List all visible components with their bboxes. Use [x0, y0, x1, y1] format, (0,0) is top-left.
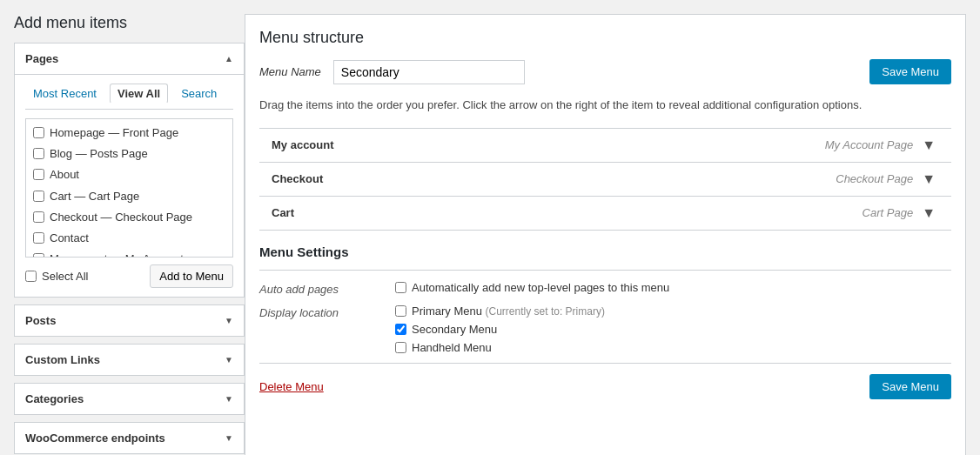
settings-table: Auto add pages Automatically add new top… [259, 270, 951, 354]
menu-item-myaccount-right: My Account Page ▼ [825, 137, 939, 153]
menu-item-myaccount: My account My Account Page ▼ [259, 129, 951, 163]
page-checkbox-blog[interactable] [33, 148, 44, 159]
menu-settings: Menu Settings Auto add pages Automatical… [259, 244, 951, 354]
select-all-checkbox[interactable] [25, 271, 37, 282]
menu-item-cart: Cart Cart Page ▼ [259, 197, 951, 231]
menu-item-myaccount-expand[interactable]: ▼ [918, 137, 939, 153]
pages-label: Pages [25, 52, 58, 65]
pages-arrow-icon: ▲ [225, 54, 233, 64]
location-secondary-checkbox[interactable] [395, 324, 406, 335]
menu-item-checkout-expand[interactable]: ▼ [918, 171, 939, 187]
categories-accordion: Categories ▼ [14, 383, 245, 415]
save-menu-button-top[interactable]: Save Menu [869, 59, 951, 84]
page-checkbox-homepage[interactable] [33, 127, 44, 138]
menu-item-checkout-type: Checkout Page [836, 172, 913, 185]
pages-bottom-row: Select All Add to Menu [25, 264, 233, 288]
tab-view-all[interactable]: View All [110, 84, 168, 104]
woocommerce-arrow-icon: ▼ [225, 433, 233, 443]
page-item-about[interactable]: About [26, 164, 232, 185]
location-primary-note: (Currently set to: Primary) [486, 305, 605, 318]
right-panel: Menu structure Menu Name Save Menu Drag … [245, 14, 966, 455]
bottom-actions: Delete Menu Save Menu [259, 363, 951, 399]
menu-name-label: Menu Name [259, 65, 321, 78]
menu-item-cart-expand[interactable]: ▼ [918, 205, 939, 221]
auto-add-label: Auto add pages [259, 281, 381, 296]
pages-accordion: Pages ▲ Most Recent View All Search Home… [14, 43, 245, 298]
left-title: Add menu items [14, 14, 245, 32]
pages-tab-row: Most Recent View All Search [25, 84, 233, 110]
menu-name-input[interactable] [333, 60, 525, 84]
woocommerce-accordion-header[interactable]: WooCommerce endpoints ▼ [15, 423, 244, 453]
categories-accordion-header[interactable]: Categories ▼ [15, 384, 244, 414]
left-panel: Add menu items Pages ▲ Most Recent View … [14, 14, 245, 455]
page-checkbox-contact[interactable] [33, 232, 44, 244]
page-item-contact[interactable]: Contact [26, 228, 232, 249]
display-location-content: Primary Menu (Currently set to: Primary)… [395, 304, 951, 354]
drag-hint: Drag the items into the order you prefer… [259, 97, 951, 114]
location-primary-checkbox[interactable] [395, 305, 406, 317]
page-item-blog[interactable]: Blog — Posts Page [26, 144, 232, 164]
page-checkbox-cart[interactable] [33, 191, 44, 202]
select-all-label[interactable]: Select All [25, 270, 88, 283]
woocommerce-label: WooCommerce endpoints [25, 432, 165, 445]
page-item-cart[interactable]: Cart — Cart Page [26, 186, 232, 207]
auto-add-checkbox-row[interactable]: Automatically add new top-level pages to… [395, 281, 951, 294]
custom-links-label: Custom Links [25, 353, 100, 366]
page-checkbox-myaccount[interactable] [33, 253, 44, 258]
auto-add-content: Automatically add new top-level pages to… [395, 281, 951, 294]
custom-links-accordion-header[interactable]: Custom Links ▼ [15, 345, 244, 375]
custom-links-accordion: Custom Links ▼ [14, 344, 245, 376]
menu-item-cart-right: Cart Page ▼ [863, 205, 939, 221]
delete-menu-button[interactable]: Delete Menu [259, 380, 324, 393]
pages-list: Homepage — Front Page Blog — Posts Page … [25, 118, 233, 258]
menu-item-checkout-label: Checkout [272, 172, 323, 185]
posts-label: Posts [25, 314, 56, 327]
location-secondary-row[interactable]: Secondary Menu [395, 323, 951, 336]
display-location-label: Display location [259, 304, 381, 319]
menu-item-myaccount-type: My Account Page [825, 138, 913, 151]
location-secondary-text: Secondary Menu [412, 323, 497, 336]
categories-arrow-icon: ▼ [225, 394, 233, 404]
location-primary-row[interactable]: Primary Menu (Currently set to: Primary) [395, 304, 951, 318]
right-title: Menu structure [259, 29, 951, 47]
auto-add-checkbox[interactable] [395, 282, 406, 293]
pages-accordion-header[interactable]: Pages ▲ [15, 43, 244, 74]
tab-search[interactable]: Search [173, 84, 225, 104]
pages-accordion-body: Most Recent View All Search Homepage — F… [15, 74, 244, 297]
page-item-homepage[interactable]: Homepage — Front Page [26, 123, 232, 144]
add-to-menu-button[interactable]: Add to Menu [150, 264, 233, 288]
save-menu-button-bottom[interactable]: Save Menu [869, 374, 951, 399]
menu-item-checkout-right: Checkout Page ▼ [836, 171, 939, 187]
custom-links-arrow-icon: ▼ [225, 355, 233, 365]
menu-item-cart-type: Cart Page [863, 206, 914, 219]
menu-name-row: Menu Name Save Menu [259, 59, 951, 84]
location-handheld-row[interactable]: Handheld Menu [395, 341, 951, 354]
categories-label: Categories [25, 392, 84, 405]
page-checkbox-about[interactable] [33, 169, 44, 180]
auto-add-row: Auto add pages Automatically add new top… [259, 281, 951, 296]
menu-item-cart-label: Cart [272, 206, 294, 219]
auto-add-text: Automatically add new top-level pages to… [412, 281, 669, 294]
location-handheld-checkbox[interactable] [395, 342, 406, 353]
menu-settings-title: Menu Settings [259, 244, 951, 259]
menu-name-input-wrap: Menu Name [259, 60, 869, 84]
menu-item-myaccount-label: My account [272, 138, 334, 151]
location-handheld-text: Handheld Menu [412, 341, 492, 354]
posts-accordion-header[interactable]: Posts ▼ [15, 305, 244, 336]
location-primary-text: Primary Menu (Currently set to: Primary) [412, 304, 605, 318]
posts-arrow-icon: ▼ [225, 316, 233, 325]
page-checkbox-checkout[interactable] [33, 211, 44, 223]
tab-most-recent[interactable]: Most Recent [25, 84, 104, 104]
posts-accordion: Posts ▼ [14, 304, 245, 337]
menu-items-list: My account My Account Page ▼ Checkout Ch… [259, 128, 951, 231]
woocommerce-accordion: WooCommerce endpoints ▼ [14, 422, 245, 454]
display-location-row: Display location Primary Menu (Currently… [259, 304, 951, 354]
page-item-myaccount[interactable]: My account — My AccountPage [26, 249, 232, 258]
page-item-checkout[interactable]: Checkout — Checkout Page [26, 207, 232, 228]
menu-item-checkout: Checkout Checkout Page ▼ [259, 163, 951, 197]
